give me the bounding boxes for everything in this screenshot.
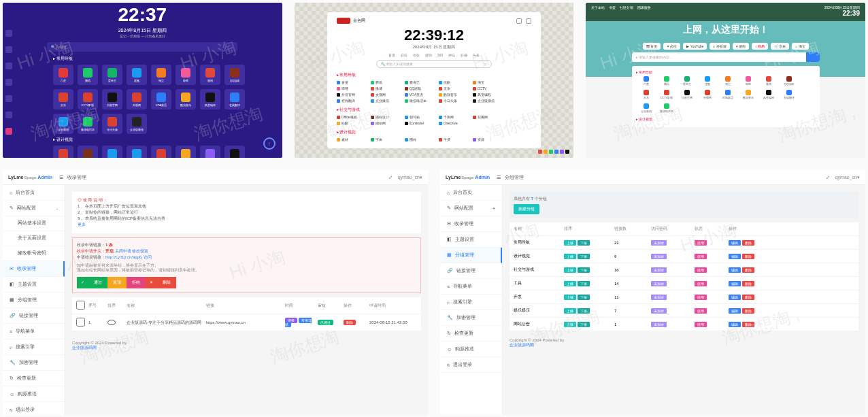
sidebar-item[interactable]: ◧主题设置 [3, 277, 65, 293]
nav-tile[interactable]: 优酷 [127, 65, 147, 85]
btn-up[interactable]: 上移 [564, 281, 576, 286]
nav-tile[interactable]: 微信电话本 [78, 114, 98, 134]
sidebar-item[interactable]: ⌂后台首页 [440, 185, 502, 201]
bulk-action-buttons[interactable]: ✓ 通过 置顶 拒绝 ✕ 删除 [77, 277, 416, 288]
nav-link[interactable]: VOA英语 [405, 93, 433, 97]
sidebar-item[interactable]: ≡导航菜单 [3, 324, 65, 339]
sidebar-item[interactable]: ▦分组管理 [3, 293, 65, 308]
topnav-link[interactable]: 关于本站 [591, 5, 605, 17]
sidebar-item[interactable]: ✎网站配置+ [440, 201, 502, 216]
nav-tile[interactable]: 图创网 [200, 146, 220, 158]
nav-tile[interactable]: QQ游戏 [224, 65, 245, 85]
btn-approve[interactable]: 通过 [88, 277, 107, 288]
nav-tile[interactable]: 企业微信 [53, 114, 73, 134]
table-row[interactable]: 设计视觉 上移 下移 9 未加密 使用 编辑 删除 [510, 250, 858, 263]
btn-down[interactable]: 下移 [578, 240, 590, 246]
nav-link[interactable]: 抖音官网 [337, 93, 365, 97]
bottom-quick-icons[interactable] [538, 150, 569, 154]
nav-link[interactable]: 百度 [337, 80, 365, 84]
nav-link[interactable]: 淘宝 [718, 76, 738, 86]
nav-link[interactable]: iconfinder [405, 121, 433, 125]
user-menu[interactable]: qymao_cn▾ [835, 175, 860, 180]
nav-tile[interactable]: 淘宝 [151, 65, 171, 85]
nav-link[interactable]: 字体 [371, 137, 399, 141]
nav-tile[interactable]: 酷我音乐 [176, 89, 196, 110]
burger-icon[interactable]: ☰ [497, 175, 501, 180]
nav-link[interactable]: 企业微信 [636, 103, 656, 113]
nav-link[interactable]: QQ游戏 [779, 76, 799, 86]
sidebar-item[interactable]: ☺购源推送 [3, 386, 65, 402]
btn-up[interactable]: 上移 [564, 295, 576, 300]
sidebar-dots[interactable] [5, 30, 15, 135]
nav-tile[interactable]: 企业版微信 [127, 114, 147, 134]
nav-link[interactable]: 图创网 [371, 121, 399, 125]
sidebar-item[interactable]: 🔧加密管理 [440, 310, 502, 326]
nav-link[interactable]: 爱奇艺 [677, 76, 697, 86]
btn-down[interactable]: 下移 [578, 267, 590, 273]
nav-tile[interactable]: 央视网 [127, 89, 147, 110]
btn-up[interactable]: 上移 [564, 254, 576, 259]
sidebar-item[interactable]: ≡导航菜单 [440, 279, 502, 295]
topnav-link[interactable]: 书签 [609, 5, 616, 17]
nav-tile[interactable]: 抖音官网 [102, 89, 122, 110]
sidebar[interactable]: ⌂后台首页✎网站配置+✉收录管理◧主题设置▦分组管理🔗链接管理≡导航菜单⌕搜索引… [440, 185, 503, 415]
search-icon[interactable]: ⌕ [484, 62, 487, 66]
nav-link[interactable]: 图标 [405, 137, 433, 141]
nav-tile[interactable]: 微博 [200, 65, 220, 85]
sidebar-item[interactable]: ⌂后台首页 [3, 185, 65, 201]
table-row[interactable]: 工具 上移 下移 14 未加密 使用 编辑 删除 [510, 277, 858, 290]
sidebar-item[interactable]: ✉收录管理 [440, 216, 502, 232]
sidebar-subitem[interactable]: 网站基本设置 [3, 216, 65, 231]
nav-link[interactable]: 资源 [473, 137, 501, 141]
nav-link[interactable]: 在线翻译 [779, 90, 799, 99]
sidebar-item[interactable]: ⌕搜索引擎 [440, 295, 502, 310]
btn-edit[interactable]: 编辑 [729, 322, 741, 327]
search-bar[interactable]: 🔍 请输入关键词搜索 ⌕ [376, 60, 492, 68]
btn-edit[interactable]: 编辑 [729, 281, 741, 286]
nav-link[interactable]: 微博 [758, 76, 779, 86]
table-row[interactable]: 常用导航 上移 下移 21 未加密 使用 编辑 删除 [510, 236, 858, 250]
btn-delete[interactable]: 删除 [742, 240, 754, 246]
engine-tab[interactable]: 百度 [388, 53, 395, 57]
engine-chip[interactable]: ▶ YouTube [683, 43, 707, 50]
btn-reject[interactable]: 拒绝 [127, 277, 146, 288]
table-row[interactable]: 1 企业版源码-专注于分享精品源码的源码网 https://www.qymao.… [72, 314, 421, 331]
btn-edit[interactable]: 编辑 [729, 267, 741, 273]
btn-delete[interactable]: 删除 [742, 322, 754, 327]
nav-link[interactable]: 京东 [439, 86, 467, 90]
nav-link[interactable]: 优酷 [697, 76, 718, 86]
btn-up[interactable]: 上移 [564, 322, 576, 327]
btn-up[interactable]: 上移 [564, 308, 576, 314]
sidebar-item[interactable]: 🔧加密管理 [3, 355, 65, 371]
sidebar-item[interactable]: ✉收录管理 [3, 261, 65, 277]
btn-delete[interactable]: 删除 [742, 281, 754, 286]
nav-link[interactable]: CCTV影视 [656, 90, 677, 99]
nav-tile[interactable]: 爱奇艺 [102, 65, 122, 85]
nav-link[interactable]: 企业版微信 [473, 99, 501, 103]
btn-delete[interactable]: 删除 [742, 254, 754, 259]
nav-tile[interactable]: 腾讯 [78, 65, 98, 85]
sidebar-item[interactable]: ↻检查更新 [3, 371, 65, 386]
nav-link[interactable]: 爱奇艺 [405, 80, 433, 84]
top-nav[interactable]: 关于本站书签社区分销图床服务 2024年08月15日星期四 22:39 [586, 3, 865, 20]
nav-link[interactable]: CCTV [473, 86, 501, 90]
fab-add[interactable]: ↑ [263, 137, 276, 150]
table-row[interactable]: 开发 上移 下移 11 未加密 使用 编辑 删除 [510, 290, 858, 304]
table-row[interactable]: 社交与游戏 上移 下移 16 未加密 使用 编辑 删除 [510, 263, 858, 277]
btn-delete[interactable]: 删除 [742, 308, 754, 314]
compress-icon[interactable]: ⤢ [388, 175, 393, 180]
nav-tile[interactable]: Office模板 [53, 146, 73, 158]
nav-tile[interactable]: 哔哩 [176, 65, 196, 85]
nav-tile[interactable]: 京东 [53, 89, 73, 110]
sidebar-item[interactable]: ◧主题设置 [440, 232, 502, 248]
nav-link[interactable]: VOA英语 [718, 90, 738, 99]
engine-tab[interactable]: 头条 [473, 53, 480, 57]
nav-tile[interactable]: 创可贴 [102, 146, 122, 158]
nav-tile[interactable]: 花瓣网 [151, 146, 171, 158]
topnav-link[interactable]: 社区分销 [620, 5, 633, 17]
engine-tab[interactable]: 必应 [401, 53, 407, 57]
nav-tile[interactable]: 风变编程 [200, 89, 220, 110]
nav-link[interactable]: 优酷 [439, 80, 467, 84]
search-button[interactable] [806, 52, 820, 62]
btn-delete[interactable]: 删除 [742, 267, 754, 273]
